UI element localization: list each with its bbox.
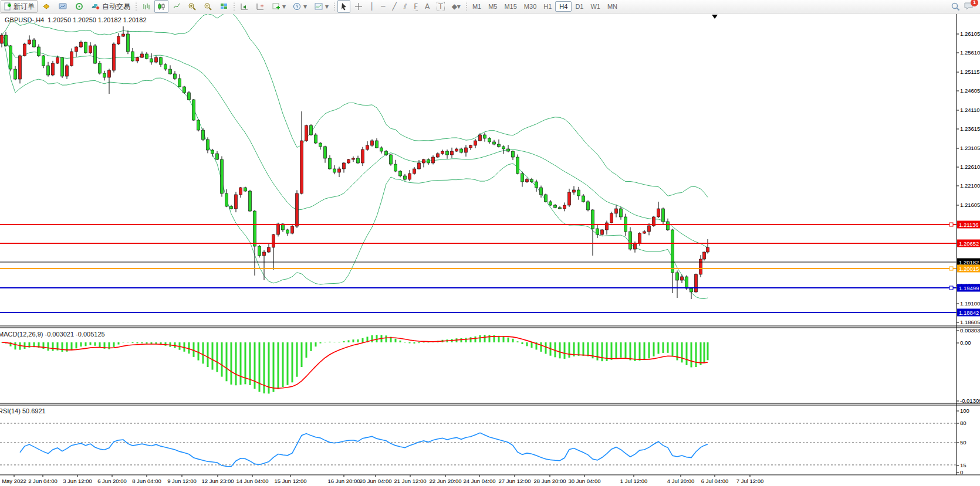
metaeditor-button[interactable] — [55, 0, 70, 13]
tile-windows-button[interactable] — [217, 0, 231, 13]
macd-histogram-bar — [132, 342, 134, 343]
new-order-icon — [4, 2, 12, 11]
timeframe-h1[interactable]: H1 — [540, 2, 555, 11]
search-button[interactable] — [948, 0, 963, 13]
candle-body — [681, 277, 684, 280]
hline-handle[interactable] — [949, 286, 953, 290]
crosshair-button[interactable] — [352, 0, 366, 13]
trendline-button[interactable]: ╱ — [390, 0, 400, 13]
candle-body — [315, 135, 317, 143]
candle-body — [540, 188, 543, 195]
macd-histogram-bar — [691, 342, 692, 368]
candle-body — [160, 57, 163, 64]
candle-body — [80, 42, 83, 47]
candle-body — [441, 151, 444, 154]
gold-panel-button[interactable] — [39, 0, 54, 13]
price-tick-label: 1.23615 — [960, 125, 980, 132]
candle-body — [19, 56, 22, 79]
timeframe-m15[interactable]: M15 — [501, 2, 520, 11]
candle-body — [427, 159, 430, 163]
toolbar-separator — [136, 2, 137, 11]
time-tick-label: 1 Jul 12:00 — [620, 478, 647, 484]
macd-histogram-bar — [362, 338, 364, 342]
auto-scroll-button[interactable] — [237, 0, 252, 13]
timeframe-m5[interactable]: M5 — [485, 2, 501, 11]
last-bar-marker[interactable] — [712, 15, 718, 19]
macd-histogram-bar — [667, 342, 669, 353]
candle-body — [197, 120, 200, 130]
toolbar-separator — [234, 2, 235, 11]
price-tick-label: 1.25610 — [960, 49, 980, 56]
chevron-down-icon: ▾ — [282, 2, 286, 11]
text-button[interactable]: A — [422, 0, 432, 13]
cursor-button[interactable] — [337, 0, 350, 13]
candle-body — [85, 42, 87, 53]
timeframe-m30[interactable]: M30 — [521, 2, 540, 11]
candle-body — [319, 143, 322, 147]
timeframe-m1[interactable]: M1 — [469, 2, 485, 11]
candle-body — [610, 213, 613, 223]
label-button[interactable]: T — [434, 0, 447, 13]
candle-body — [47, 66, 50, 75]
templates-button[interactable]: ▾ — [311, 0, 332, 13]
hline-handle[interactable] — [949, 267, 953, 270]
chart-title: GBPUSD-,H4 1.20250 1.20250 1.20182 1.201… — [5, 16, 147, 23]
timeframe-w1[interactable]: W1 — [587, 2, 604, 11]
label-icon: T — [437, 2, 444, 11]
macd-histogram-bar — [259, 342, 261, 392]
periods-button[interactable]: ▾ — [290, 0, 310, 13]
time-tick-label: 24 Jun 04:00 — [464, 478, 496, 484]
candle-body — [455, 149, 458, 151]
macd-histogram-bar — [461, 338, 462, 342]
signals-button[interactable] — [72, 0, 87, 13]
price-badge-text: 1.18842 — [959, 310, 979, 316]
candle-body — [568, 192, 571, 205]
rsi-tick-label: 0 — [960, 469, 963, 475]
candle-body — [277, 224, 280, 234]
vertical-line-button[interactable]: │ — [367, 0, 377, 13]
shapes-icon: ◆▾ — [452, 2, 461, 11]
candle-body — [559, 208, 562, 209]
timeframe-h4[interactable]: H4 — [555, 1, 572, 12]
macd-histogram-bar — [198, 342, 200, 361]
price-tick-label: 1.22100 — [960, 182, 980, 189]
fibonacci-button[interactable]: F — [411, 0, 421, 13]
price-tick-label: 1.26105 — [960, 30, 980, 37]
macd-histogram-bar — [268, 342, 270, 393]
chart-canvas[interactable]: 1.261051.256101.251151.246051.241101.236… — [0, 0, 980, 486]
macd-histogram-bar — [404, 342, 406, 343]
text-icon: A — [425, 2, 430, 11]
timeframe-mn[interactable]: MN — [604, 2, 621, 11]
candle-body — [14, 69, 17, 79]
rsi-pane — [0, 423, 957, 467]
timeframe-d1[interactable]: D1 — [572, 2, 587, 11]
macd-histogram-bar — [165, 342, 167, 346]
autotrading-button[interactable]: 自动交易 — [88, 0, 133, 13]
hline-handle[interactable] — [949, 223, 953, 226]
time-tick-label: 7 Jul 12:00 — [736, 478, 763, 484]
macd-histogram-bar — [15, 342, 16, 349]
horizontal-line-button[interactable]: ─ — [378, 0, 388, 13]
candle-body — [380, 148, 383, 151]
price-tick-label: 1.24110 — [960, 107, 980, 113]
candle-body — [286, 230, 289, 233]
new-order-button[interactable]: 新订单 — [1, 0, 38, 13]
macd-histogram-bar — [620, 342, 622, 358]
channel-button[interactable]: ⫽ — [401, 0, 410, 13]
bar-chart-button[interactable] — [139, 0, 153, 13]
zoom-out-button[interactable] — [201, 0, 215, 13]
indicators-button[interactable]: ▾ — [269, 0, 289, 13]
zoom-in-button[interactable] — [185, 0, 200, 13]
candle-body — [361, 149, 364, 163]
chart-shift-button[interactable] — [253, 0, 268, 13]
candle-body — [479, 135, 482, 141]
line-chart-button[interactable] — [170, 0, 184, 13]
candle-body — [535, 182, 538, 188]
notifications-button[interactable]: 1 — [964, 1, 974, 12]
shapes-dropdown-button[interactable]: ◆▾ — [449, 0, 464, 13]
vertical-line-icon: │ — [370, 2, 374, 11]
macd-histogram-bar — [48, 342, 49, 351]
candle-body — [66, 66, 69, 76]
candle-body — [113, 44, 116, 70]
candlestick-chart-button[interactable] — [154, 0, 168, 13]
